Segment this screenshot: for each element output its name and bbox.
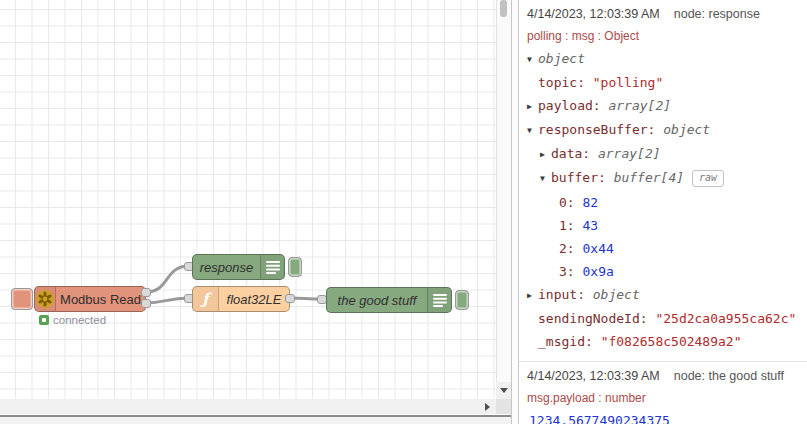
debug-value: object	[593, 287, 640, 302]
debug-message-header: 4/14/2023, 12:03:39 AMnode: the good stu…	[527, 369, 799, 383]
scroll-down-arrow[interactable]	[496, 382, 511, 399]
node-label: the good stuff	[327, 293, 427, 308]
expand-arrow-icon[interactable]: ▶	[527, 95, 538, 118]
debug-tree-row: sendingNodeId: "25d2ca0a955ca62c"	[527, 307, 799, 330]
modbus-status: connected	[39, 314, 106, 326]
status-text: connected	[53, 314, 106, 326]
debug-payload-value: 1234.5677490234375	[527, 413, 799, 424]
debug-timestamp: 4/14/2023, 12:03:39 AM	[527, 369, 660, 383]
expand-arrow-icon[interactable]: ▶	[527, 284, 538, 307]
debug-value: object	[538, 51, 585, 66]
debug-key: payload:	[538, 98, 608, 113]
modbus-node-button[interactable]	[11, 288, 33, 310]
debug-key: responseBuffer:	[538, 122, 663, 137]
debug-sidebar[interactable]: 4/14/2023, 12:03:39 AMnode: response pol…	[519, 0, 807, 424]
debug-object-tree: ▼objecttopic: "polling"▶payload: array[2…	[527, 47, 799, 353]
vertical-scrollbar-track[interactable]	[496, 0, 511, 399]
horizontal-scrollbar-track[interactable]	[0, 399, 496, 414]
debug-key: input:	[538, 287, 593, 302]
node-label: Modbus Read	[56, 292, 145, 307]
scroll-right-arrow[interactable]	[479, 399, 496, 414]
wires-layer	[0, 0, 496, 399]
debug-value: "polling"	[593, 75, 663, 90]
debug-list-icon	[260, 255, 284, 279]
debug-value: "f082658c502489a2"	[601, 334, 742, 349]
debug-key: 1:	[559, 218, 582, 233]
debug-message-path: msg.payload : number	[527, 391, 799, 405]
debug-tree-row: ▶input: object	[527, 283, 799, 307]
debug-key: 3:	[559, 264, 582, 279]
flow-canvas[interactable]: Modbus Read connected response ƒ float32…	[0, 0, 496, 399]
debug-message-path: polling : msg : Object	[527, 29, 799, 43]
sidebar-splitter[interactable]	[511, 0, 519, 424]
debug-key: topic:	[538, 75, 593, 90]
vertical-scrollbar-thumb[interactable]	[500, 0, 507, 17]
debug-message: 4/14/2023, 12:03:39 AMnode: the good stu…	[519, 362, 807, 424]
debug-tree-row: 1: 43	[527, 214, 799, 237]
debug-tree-row: topic: "polling"	[527, 71, 799, 94]
collapse-arrow-icon[interactable]: ▼	[527, 48, 538, 71]
debug-value: 43	[582, 218, 598, 233]
debug-key: 0:	[559, 195, 582, 210]
status-square-icon	[39, 315, 49, 325]
collapse-arrow-icon[interactable]: ▼	[527, 119, 538, 142]
debug-tree-row: 2: 0x44	[527, 237, 799, 260]
response-debug-toggle-button[interactable]	[288, 257, 302, 277]
goodstuff-debug-toggle-button[interactable]	[455, 290, 469, 310]
debug-key: _msgid:	[538, 334, 601, 349]
function-output-port[interactable]	[285, 294, 295, 303]
debug-tree-row: 0: 82	[527, 191, 799, 214]
modbus-output-port-2[interactable]	[141, 299, 151, 308]
modbus-output-port-1[interactable]	[141, 288, 151, 297]
debug-tree-row: 3: 0x9a	[527, 260, 799, 283]
debug-value: 0x44	[582, 241, 613, 256]
node-response[interactable]: response	[192, 254, 285, 280]
debug-key: buffer:	[551, 170, 614, 185]
function-icon: ƒ	[193, 287, 219, 311]
debug-tree-row: ▶payload: array[2]	[527, 94, 799, 118]
node-label: response	[193, 260, 260, 275]
debug-message: 4/14/2023, 12:03:39 AMnode: response pol…	[519, 0, 807, 362]
debug-source-node[interactable]: node: the good stuff	[674, 369, 784, 383]
debug-tree-row: ▶data: array[2]	[527, 142, 799, 166]
node-modbus-read[interactable]: Modbus Read	[34, 286, 146, 312]
debug-value: "25d2ca0a955ca62c"	[655, 311, 796, 326]
debug-tree-row: ▼object	[527, 47, 799, 71]
debug-value: array[2]	[608, 98, 671, 113]
debug-tree-row: ▼buffer: buffer[4]raw	[527, 166, 799, 190]
debug-list-icon	[427, 288, 451, 312]
debug-value: 0x9a	[582, 264, 613, 279]
scrollbar-corner	[496, 399, 511, 414]
expand-arrow-icon[interactable]: ▶	[540, 143, 551, 166]
debug-timestamp: 4/14/2023, 12:03:39 AM	[527, 7, 660, 21]
node-the-good-stuff[interactable]: the good stuff	[326, 287, 452, 313]
debug-tree-row: ▼responseBuffer: object	[527, 118, 799, 142]
debug-source-node[interactable]: node: response	[674, 7, 760, 21]
wire-modbus-to-response[interactable]	[146, 266, 189, 292]
collapse-arrow-icon[interactable]: ▼	[540, 167, 551, 190]
debug-tree-row: _msgid: "f082658c502489a2"	[527, 330, 799, 353]
workspace-footer	[0, 415, 511, 424]
debug-value: buffer[4]	[614, 170, 684, 185]
debug-value: 82	[582, 195, 598, 210]
debug-key: sendingNodeId:	[538, 311, 655, 326]
debug-value: array[2]	[598, 146, 661, 161]
raw-toggle-button[interactable]: raw	[692, 170, 724, 187]
wire-modbus-to-function[interactable]	[146, 298, 189, 303]
debug-key: 2:	[559, 241, 582, 256]
debug-key: data:	[551, 146, 598, 161]
debug-value: object	[663, 122, 710, 137]
modbus-icon	[35, 287, 56, 311]
node-float32le[interactable]: ƒ float32LE	[192, 286, 290, 312]
node-label: float32LE	[219, 292, 289, 307]
debug-message-header: 4/14/2023, 12:03:39 AMnode: response	[527, 7, 799, 21]
